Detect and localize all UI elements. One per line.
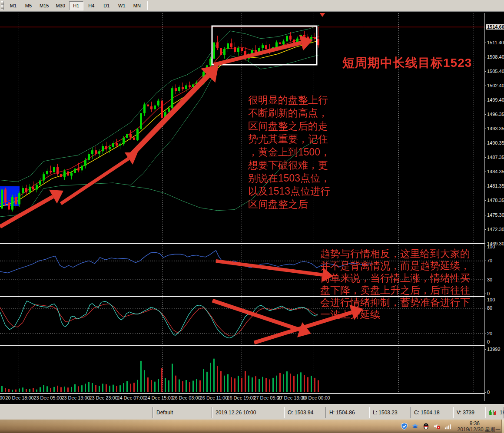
taskbar-clock[interactable]: 9:36 2019/12/30 星期一 (455, 420, 501, 433)
time-axis-label: 20 Dec 18:00 (5, 395, 33, 400)
connection-status-cell[interactable]: 1987/3 kb (485, 407, 504, 418)
price-axis-label: 1487.35 (487, 155, 504, 160)
time-axis[interactable]: 0020 Dec 18:0023 Dec 05:0023 Dec 13:0023… (0, 393, 484, 401)
price-axis-label: 100 (487, 244, 495, 249)
timeframe-button-H4[interactable]: H4 (84, 1, 99, 10)
current-price-label: 1514.66 (486, 24, 504, 30)
status-cell: V: 3739 (453, 407, 485, 418)
price-axis-label: 0 (487, 339, 490, 344)
price-axis-label: 30 (487, 277, 492, 282)
toolbar-separator (147, 1, 148, 10)
chart-area[interactable]: 短周期中长线目标1523 很明显的盘整上行 不断刷新的高点， 区间盘整之后的走 … (0, 13, 484, 393)
price-axis-label: 1502.40 (487, 83, 504, 88)
price-axis-label: 0 (487, 291, 490, 296)
timeframe-toolbar: M1M5M15M30H1H4D1W1MN (0, 0, 504, 12)
time-axis-label: 26 Dec 19:00 (227, 395, 255, 400)
price-axis-label: 13992 (487, 347, 501, 352)
status-cell: L: 1503.23 (369, 407, 411, 418)
status-cell: Default (153, 407, 212, 418)
time-axis-label: 24 Dec 07:00 (117, 395, 145, 400)
price-axis-label: 1499.40 (487, 97, 504, 102)
target-annotation: 短周期中长线目标1523 (342, 55, 472, 71)
price-axis-label: 20 (487, 331, 492, 336)
status-empty-cell (0, 407, 153, 418)
time-axis-label: 30 Dec 00:00 (302, 395, 330, 400)
trend-annotation: 趋势与行情相反，这里给到大家的 并不是背离情况，而是趋势延续， 简单来说，当行情… (320, 248, 470, 321)
time-axis-label: 23 Dec 05:00 (33, 395, 62, 400)
price-axis-label: 1496.35 (487, 112, 504, 117)
clock-time: 9:36 (458, 420, 501, 426)
qq-icon[interactable] (422, 423, 430, 430)
timeframe-button-D1[interactable]: D1 (99, 1, 114, 10)
stacked-layers-icon[interactable] (411, 423, 419, 430)
desktop-taskbar-strip: 9:36 2019/12/30 星期一 (0, 420, 504, 433)
timeframe-button-H1[interactable]: H1 (69, 1, 83, 10)
price-axis-label: 70 (487, 258, 492, 263)
price-axis-label: 1484.35 (487, 169, 504, 174)
toolbar-grip-handle[interactable] (1, 1, 4, 10)
security-shield-icon[interactable] (401, 423, 408, 430)
status-bar: Default2019.12.26 10:00O: 1503.94H: 1504… (0, 404, 504, 420)
price-axis-label: 1511.40 (487, 40, 504, 45)
status-cell: H: 1504.86 (326, 407, 369, 418)
time-axis-label: 26 Dec 03:00 (172, 395, 200, 400)
timeframe-buttons: M1M5M15M30H1H4D1W1MN (6, 1, 145, 10)
price-axis-label: 1505.40 (487, 69, 504, 74)
price-axis-label: 1481.35 (487, 183, 504, 188)
timeframe-button-M30[interactable]: M30 (53, 1, 68, 10)
signal-bars-icon[interactable] (444, 423, 452, 430)
timeframe-button-M5[interactable]: M5 (21, 1, 36, 10)
timeframe-button-M15[interactable]: M15 (36, 1, 52, 10)
system-tray: 9:36 2019/12/30 星期一 (401, 420, 501, 433)
time-axis-label: 26 Dec 11:00 (200, 395, 228, 400)
price-axis-label: 1490.35 (487, 140, 504, 145)
time-axis-label: 23 Dec 13:00 (61, 395, 90, 400)
timeframe-button-M1[interactable]: M1 (6, 1, 20, 10)
price-axis-label: 1475.30 (487, 212, 504, 218)
timeframe-button-MN[interactable]: MN (130, 1, 144, 10)
price-axis[interactable]: 1514.661511.401508.401505.401502.401499.… (484, 13, 504, 401)
traffic-label: 1987/3 kb (500, 410, 504, 416)
show-desktop-button[interactable] (501, 420, 504, 433)
status-cell: 2019.12.26 10:00 (212, 407, 284, 418)
timeframe-button-W1[interactable]: W1 (115, 1, 129, 10)
price-axis-label: 80 (487, 305, 492, 311)
price-axis-label: 1472.30 (487, 227, 504, 232)
time-axis-label: 24 Dec 15:00 (145, 395, 173, 400)
time-axis-label: 23 Dec 23:00 (89, 395, 117, 400)
price-axis-label: 1508.40 (487, 54, 504, 59)
time-axis-label: 00 (0, 395, 5, 400)
clock-date: 2019/12/30 星期一 (458, 426, 501, 433)
mt4-window: M1M5M15M30H1H4D1W1MN 短周期中长线目标1523 很明显的盘整… (0, 0, 504, 433)
consolidation-annotation: 很明显的盘整上行 不断刷新的高点， 区间盘整之后的走 势尤其重要，记住 ，黄金上… (248, 93, 330, 211)
price-axis-label: 100 (487, 297, 495, 302)
price-axis-label: 1478.35 (487, 198, 504, 203)
traffic-histogram-icon (489, 409, 497, 416)
price-axis-label: 1493.35 (487, 126, 504, 131)
status-cell: C: 1504.18 (411, 407, 453, 418)
price-axis-label: 0 (487, 390, 490, 395)
muted-speaker-icon[interactable] (433, 423, 441, 430)
status-cell: O: 1503.94 (284, 407, 326, 418)
